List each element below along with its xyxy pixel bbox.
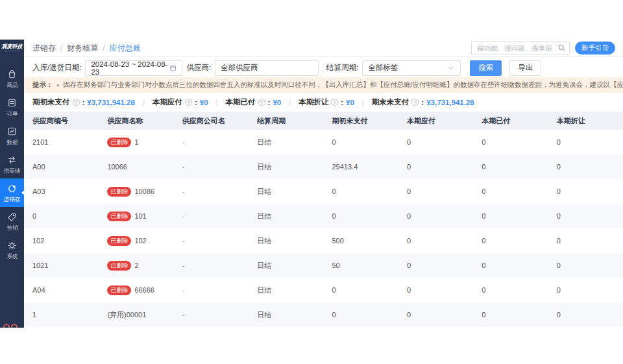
initial-unpaid-cell: 50: [324, 261, 398, 269]
search-button[interactable]: 搜索: [470, 60, 502, 76]
summary-colon: :: [195, 99, 197, 106]
breadcrumb-item[interactable]: 财务核算: [67, 43, 98, 54]
settle-period-cell: 日结: [249, 261, 323, 271]
breadcrumb-separator: /: [103, 43, 104, 53]
logo-subline: [4, 51, 21, 52]
sidebar-item-data[interactable]: 数据: [0, 121, 24, 150]
topbar-right: 新手引导: [471, 41, 615, 55]
settle-period-cell: 日结: [249, 212, 323, 221]
table-row[interactable]: A04 已删除 66666 - 日结 0 0 0 0: [24, 278, 623, 302]
help-icon[interactable]: ?: [73, 99, 80, 106]
period-paid-cell: 0: [473, 138, 548, 146]
sidebar-item-system[interactable]: 系统: [0, 236, 24, 264]
supplier-name-cell: 已删除 66666: [99, 285, 173, 295]
company-name-cell: -: [174, 261, 249, 269]
supplier-name-cell: 已删除 1: [99, 138, 173, 147]
supplier-name: 10086: [134, 188, 154, 195]
supplier-select[interactable]: 全部供应商: [215, 60, 319, 76]
settle-period-cell: 日结: [249, 310, 323, 320]
breadcrumb-item[interactable]: 进销存: [32, 43, 56, 54]
supplier-no-cell: A00: [24, 163, 99, 171]
summary-separator: |: [141, 99, 146, 106]
summary-value: ¥3,731,941.28: [87, 99, 135, 106]
period-payable-cell: 0: [398, 188, 473, 195]
company-name-cell: -: [174, 286, 249, 294]
table-row[interactable]: 2101 已删除 1 - 日结 0 0 0 0: [24, 130, 623, 154]
sidebar-item-supply-chain[interactable]: 供应链: [0, 150, 24, 178]
company-name-cell: -: [174, 212, 249, 220]
deleted-badge: 已删除: [107, 138, 131, 147]
sidebar-item-inventory[interactable]: 进销存: [0, 178, 24, 207]
date-range-value: 2024-08-23 ~ 2024-08-23: [91, 60, 169, 76]
beginner-guide-button[interactable]: 新手引导: [575, 42, 615, 55]
company-name-cell: -: [174, 163, 249, 171]
initial-unpaid-cell: 500: [324, 237, 398, 245]
sidebar-bottom-logo: [3, 324, 18, 328]
piggy-bank-icon: [6, 183, 18, 194]
sidebar-item-orders[interactable]: 订单: [0, 93, 24, 121]
date-range-picker[interactable]: 2024-08-23 ~ 2024-08-23: [85, 60, 182, 76]
supplier-name: (弃用)00001: [107, 310, 146, 320]
supplier-name-cell: 已删除 2: [99, 261, 173, 271]
breadcrumb-separator: /: [60, 43, 62, 53]
deleted-badge: 已删除: [107, 212, 131, 221]
table-header-cell[interactable]: 本期应付: [398, 116, 473, 126]
period-payable-cell: 0: [398, 212, 473, 220]
table-row[interactable]: 0 已删除 101 - 日结 0 0 0 0: [24, 204, 623, 228]
period-discount-cell: 0: [548, 261, 623, 269]
breadcrumb: 进销存 / 财务核算 / 应付总账: [32, 43, 141, 54]
table-row[interactable]: 1 (弃用)00001 - 日结 0 0 0 0: [24, 302, 623, 327]
table-row[interactable]: A00 10066 - 日结 29413.4 0 0 0: [24, 154, 623, 179]
supplier-select-value: 全部供应商: [221, 63, 258, 73]
summary-bar: 期初未支付 ? : ¥3,731,941.28 | 本期应付 ? : ¥0 | …: [24, 93, 623, 112]
table-header-cell[interactable]: 期初未支付: [324, 116, 398, 126]
settle-period-cell: 日结: [249, 187, 323, 197]
table-header-cell[interactable]: 结算周期: [249, 116, 323, 126]
period-paid-cell: 0: [473, 261, 548, 269]
calendar-icon: [169, 64, 177, 72]
sidebar-item-marketing[interactable]: 营销: [0, 207, 24, 236]
summary-value: ¥0: [346, 99, 354, 106]
period-select[interactable]: 全部标签: [362, 60, 461, 76]
supplier-name-cell: 10066: [99, 163, 173, 171]
settle-period-cell: 日结: [249, 285, 323, 295]
summary-item: 期初未支付 ? : ¥3,731,941.28: [32, 97, 135, 107]
table-header-cell[interactable]: 供应商名称: [99, 116, 173, 126]
supplier-no-cell: 1: [24, 311, 99, 319]
period-discount-cell: 0: [548, 138, 623, 146]
summary-colon: :: [421, 99, 424, 106]
summary-item: 期末未支付 ? : ¥3,731,941.28: [372, 97, 474, 107]
sidebar-item-goods[interactable]: 商品: [0, 64, 24, 93]
help-icon[interactable]: ?: [331, 99, 338, 106]
help-icon[interactable]: ?: [258, 99, 265, 106]
company-name-cell: -: [174, 311, 249, 319]
table-header-cell[interactable]: 本期已付: [473, 116, 548, 126]
table-header-cell[interactable]: 本期折让: [548, 116, 623, 126]
table-row[interactable]: 102 已删除 102 - 日结 500 0 0 0: [24, 228, 623, 253]
period-payable-cell: 0: [398, 286, 473, 294]
initial-unpaid-cell: 29413.4: [324, 163, 398, 171]
table-row[interactable]: 1021 已删除 2 - 日结 50 0 0 0: [24, 253, 623, 278]
supplier-name: 102: [134, 237, 146, 245]
period-discount-cell: 0: [548, 237, 623, 245]
period-select-value: 全部标签: [368, 63, 398, 73]
table-header-cell[interactable]: 供应商编号: [24, 116, 99, 126]
initial-unpaid-cell: 0: [324, 138, 398, 146]
table-header-cell[interactable]: 供应商公司名: [174, 116, 249, 126]
sidebar-item-label: 数据: [6, 139, 18, 145]
period-paid-cell: 0: [473, 237, 548, 245]
supplier-name: 101: [134, 212, 146, 220]
summary-item: 本期应付 ? : ¥0: [153, 97, 208, 107]
chevron-down-icon: [447, 64, 455, 72]
summary-label: 本期折让: [299, 97, 328, 107]
help-icon[interactable]: ?: [411, 99, 419, 106]
table-row[interactable]: A03 已删除 10086 - 日结 0 0 0 0: [24, 179, 623, 204]
supplier-name-cell: 已删除 101: [99, 212, 173, 221]
export-button[interactable]: 导出: [509, 60, 541, 76]
initial-unpaid-cell: 0: [324, 212, 398, 220]
notice-text: 因存在财务部门与业务部门对小数点后三位的数据四舍五入的标准以及时间口径不同，【出…: [63, 80, 623, 90]
global-search-input[interactable]: [471, 41, 570, 55]
help-icon[interactable]: ?: [185, 99, 192, 106]
filter-bar: 入库/退货日期: 2024-08-23 ~ 2024-08-23 供应商: 全部…: [24, 57, 623, 77]
summary-label: 本期应付: [153, 97, 182, 107]
